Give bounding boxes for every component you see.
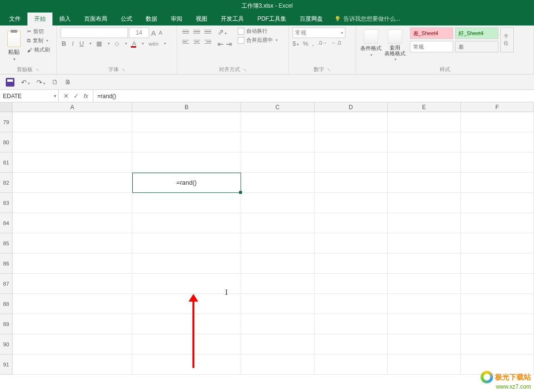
number-format-dropdown[interactable]: 常规▾ [292, 27, 345, 38]
cell-D88[interactable] [315, 294, 388, 314]
style-good[interactable]: 好_Sheet4 [455, 27, 498, 39]
tab-审阅[interactable]: 审阅 [164, 13, 189, 25]
cell-F84[interactable] [461, 213, 534, 233]
cancel-formula-button[interactable]: ✕ [64, 92, 69, 100]
cell-A89[interactable] [13, 314, 132, 334]
format-painter-button[interactable]: 🖌格式刷 [26, 46, 51, 54]
align-center-button[interactable] [192, 38, 202, 46]
tab-页面布局[interactable]: 页面布局 [77, 13, 114, 25]
tab-视图[interactable]: 视图 [189, 13, 214, 25]
row-header-84[interactable]: 84 [0, 213, 13, 233]
name-box-dropdown[interactable]: ▼ [51, 94, 58, 99]
cell-C80[interactable] [241, 132, 314, 152]
row-header-85[interactable]: 85 [0, 233, 13, 253]
tell-me-input[interactable]: 告诉我您想要做什么... [330, 13, 405, 25]
row-header-79[interactable]: 79 [0, 112, 13, 132]
merge-center-button[interactable]: 合并后居中▾ [238, 37, 278, 44]
tab-PDF工具集[interactable]: PDF工具集 [251, 13, 293, 25]
column-header-A[interactable]: A [13, 102, 132, 112]
row-header-89[interactable]: 89 [0, 314, 13, 334]
cell-E89[interactable] [388, 314, 461, 334]
cell-D84[interactable] [315, 213, 388, 233]
tab-数据[interactable]: 数据 [139, 13, 164, 25]
cell-E82[interactable] [388, 173, 461, 193]
cell-D87[interactable] [315, 274, 388, 294]
cell-E83[interactable] [388, 193, 461, 213]
tab-开发工具[interactable]: 开发工具 [214, 13, 251, 25]
cell-A88[interactable] [13, 294, 132, 314]
cell-F79[interactable] [461, 112, 534, 132]
column-header-F[interactable]: F [461, 102, 534, 112]
orientation-button[interactable]: ⇗▾ [217, 27, 232, 37]
percent-button[interactable]: % [303, 40, 308, 47]
formula-input[interactable] [93, 90, 534, 102]
style-normal[interactable]: 常规 [410, 41, 453, 52]
cell-D83[interactable] [315, 193, 388, 213]
tab-文件[interactable]: 文件 [2, 13, 27, 25]
cell-A91[interactable] [13, 354, 132, 375]
cell-B80[interactable] [132, 132, 241, 152]
cell-E91[interactable] [388, 354, 461, 375]
cell-E87[interactable] [388, 274, 461, 294]
style-bad2[interactable]: 差 [455, 41, 498, 52]
align-bottom-button[interactable] [203, 27, 213, 36]
cell-A85[interactable] [13, 233, 132, 253]
cell-F90[interactable] [461, 334, 534, 354]
cell-E80[interactable] [388, 132, 461, 152]
cell-B81[interactable] [132, 152, 241, 173]
expand-icon[interactable]: ⤡ [327, 67, 331, 72]
cell-B91[interactable] [132, 354, 241, 375]
underline-button[interactable]: U [78, 40, 85, 47]
insert-function-button[interactable]: fx [84, 93, 88, 100]
cell-B84[interactable] [132, 213, 241, 233]
expand-icon[interactable]: ⤡ [36, 67, 39, 72]
phonetic-button[interactable]: wén [148, 41, 159, 47]
cell-A87[interactable] [13, 274, 132, 294]
redo-button[interactable]: ↷▾ [37, 78, 45, 86]
cell-A80[interactable] [13, 132, 132, 152]
row-header-88[interactable]: 88 [0, 294, 13, 314]
cell-F81[interactable] [461, 152, 534, 173]
cell-E86[interactable] [388, 253, 461, 274]
font-color-button[interactable]: A [131, 40, 137, 47]
cell-F80[interactable] [461, 132, 534, 152]
cell-B88[interactable] [132, 294, 241, 314]
row-header-87[interactable]: 87 [0, 274, 13, 294]
cell-A90[interactable] [13, 334, 132, 354]
align-middle-button[interactable] [192, 27, 202, 36]
decrease-indent-button[interactable]: ⇤ [217, 39, 224, 49]
cell-F85[interactable] [461, 233, 534, 253]
cell-F89[interactable] [461, 314, 534, 334]
column-header-D[interactable]: D [315, 102, 388, 112]
cell-F88[interactable] [461, 294, 534, 314]
fill-color-button[interactable]: ◇ [114, 40, 120, 47]
tab-百度网盘[interactable]: 百度网盘 [293, 13, 330, 25]
cell-C87[interactable] [241, 274, 314, 294]
cell-B90[interactable] [132, 334, 241, 354]
cell-D91[interactable] [315, 354, 388, 375]
style-bad[interactable]: 差_Sheet4 [410, 27, 453, 39]
border-button[interactable]: ▦ [95, 40, 103, 47]
decrease-font-button[interactable]: A [158, 30, 163, 36]
cell-C83[interactable] [241, 193, 314, 213]
cell-C91[interactable] [241, 354, 314, 375]
cell-D85[interactable] [315, 233, 388, 253]
cell-A81[interactable] [13, 152, 132, 173]
cell-D86[interactable] [315, 253, 388, 274]
row-header-80[interactable]: 80 [0, 132, 13, 152]
cell-C81[interactable] [241, 152, 314, 173]
cell-C79[interactable] [241, 112, 314, 132]
cell-E85[interactable] [388, 233, 461, 253]
expand-icon[interactable]: ⤡ [243, 67, 247, 72]
cell-C88[interactable] [241, 294, 314, 314]
align-left-button[interactable] [181, 38, 191, 46]
cell-D82[interactable] [315, 173, 388, 193]
copy-button[interactable]: ⧉复制▾ [26, 37, 51, 45]
table-format-button[interactable]: 套用 表格格式▾ [384, 27, 406, 65]
font-size-input[interactable] [129, 27, 149, 38]
row-header-81[interactable]: 81 [0, 152, 13, 173]
cell-B79[interactable] [132, 112, 241, 132]
column-header-B[interactable]: B [132, 102, 241, 112]
cell-C84[interactable] [241, 213, 314, 233]
cell-E84[interactable] [388, 213, 461, 233]
